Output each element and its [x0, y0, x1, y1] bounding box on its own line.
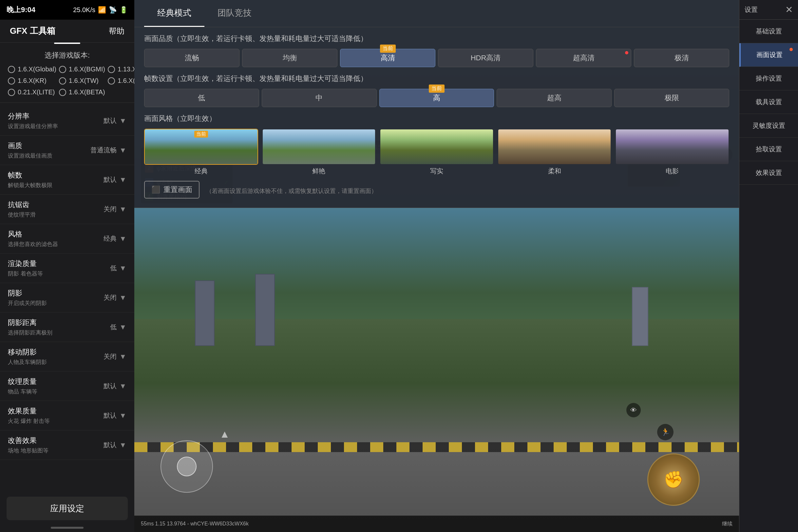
style-realistic[interactable]: 写实: [380, 129, 494, 176]
quality-smooth[interactable]: 流畅: [144, 49, 240, 67]
chevron-icon: ▼: [119, 117, 127, 125]
quality-ultra[interactable]: 超高清: [536, 49, 631, 67]
chevron-icon-7: ▼: [119, 293, 127, 302]
style-soft-thumb[interactable]: [498, 129, 612, 165]
style-classic[interactable]: 当前 经典: [144, 129, 258, 176]
fps-extreme[interactable]: 极限: [614, 89, 729, 107]
version-grid: 1.6.X(Global) 1.6.X(BGMI) 1.13.X(CN) 1.6…: [8, 65, 127, 96]
style-realistic-label: 写实: [430, 167, 443, 176]
version-label: 选择游戏版本:: [8, 51, 127, 60]
quality-hdr[interactable]: HDR高清: [438, 49, 533, 67]
chevron-icon-3: ▼: [119, 176, 127, 184]
style-classic-thumb[interactable]: 当前: [144, 129, 258, 165]
setting-quality[interactable]: 画质 设置游戏最佳画质 普通流畅 ▼: [0, 136, 134, 165]
chevron-icon-5: ▼: [119, 234, 127, 243]
style-cinematic-thumb[interactable]: [615, 129, 729, 165]
status-bar: 晚上9:04 25.0K/s 📶 📡 🔋: [0, 0, 134, 20]
radio-kr[interactable]: [8, 77, 15, 84]
menu-vehicle-settings[interactable]: 载具设置: [739, 90, 798, 114]
scroll-indicator: [51, 527, 83, 529]
setting-texture[interactable]: 纹理质量 物品 车辆等 默认 ▼: [0, 372, 134, 401]
reset-icon: ⬛: [151, 185, 160, 194]
version-item-kr[interactable]: 1.6.X(KR): [8, 77, 56, 84]
chevron-icon-2: ▼: [119, 146, 127, 155]
radio-tw[interactable]: [59, 77, 66, 84]
version-item-global[interactable]: 1.6.X(Global): [8, 65, 56, 73]
quality-max[interactable]: 极清: [634, 49, 729, 67]
setting-resolution[interactable]: 分辨率 设置游戏最佳分辨率 默认 ▼: [0, 106, 134, 136]
help-button[interactable]: 帮助: [109, 26, 125, 36]
style-section-title: 画面风格（立即生效）: [144, 114, 729, 124]
version-label-bgmi: 1.6.X(BGMI): [69, 65, 105, 73]
style-thumbnails: 当前 经典 鲜艳 写实: [144, 129, 729, 176]
menu-pickup-settings[interactable]: 拾取设置: [739, 138, 798, 161]
quality-section-title: 画面品质（立即生效，若运行卡顿、发热量和耗电量过大可适当降低）: [144, 34, 729, 43]
reset-button-label: 重置画面: [164, 185, 192, 195]
setting-style[interactable]: 风格 选择您喜欢的滤色器 经典 ▼: [0, 224, 134, 253]
version-item-tw[interactable]: 1.6.X(TW): [59, 77, 105, 84]
radio-beta[interactable]: [59, 89, 66, 96]
version-item-bgmi[interactable]: 1.6.X(BGMI): [59, 65, 105, 73]
chevron-icon-4: ▼: [119, 205, 127, 214]
setting-shadow[interactable]: 阴影 开启或关闭阴影 关闭 ▼: [0, 283, 134, 312]
radio-vn[interactable]: [108, 77, 115, 84]
settings-overlay: 经典模式 团队竞技 画面品质（立即生效，若运行卡顿、发热量和耗电量过大可适当降低…: [134, 0, 739, 208]
style-cinematic[interactable]: 电影: [615, 129, 729, 176]
quality-options: 流畅 均衡 当前 高清 HDR高清 超高清 极清: [144, 49, 729, 67]
version-item-lite[interactable]: 0.21.X(LITE): [8, 89, 56, 96]
tab-team-mode[interactable]: 团队竞技: [204, 0, 265, 27]
style-vivid-thumb[interactable]: [262, 129, 376, 165]
style-classic-badge: 当前: [194, 131, 208, 138]
fps-ultra[interactable]: 超高: [497, 89, 612, 107]
current-badge-quality: 当前: [380, 44, 396, 53]
style-vivid-label: 鲜艳: [312, 167, 325, 176]
current-badge-fps: 当前: [429, 84, 444, 93]
radio-global[interactable]: [8, 66, 15, 73]
version-label-tw: 1.6.X(TW): [69, 77, 99, 84]
quality-hd[interactable]: 当前 高清: [340, 49, 435, 67]
menu-control-settings[interactable]: 操作设置: [739, 67, 798, 90]
fps-section-title: 帧数设置（立即生效，若运行卡顿、发热量和耗电量过大可适当降低）: [144, 74, 729, 83]
setting-antialiasing[interactable]: 抗锯齿 使纹理平滑 关闭 ▼: [0, 195, 134, 224]
sidebar-header: 设置 ✕: [739, 0, 798, 20]
settings-list: 分辨率 设置游戏最佳分辨率 默认 ▼ 画质 设置游戏最佳画质 普通流畅 ▼ 帧数…: [0, 106, 134, 491]
center-area: 经典模式 团队竞技 画面品质（立即生效，若运行卡顿、发热量和耗电量过大可适当降低…: [134, 0, 739, 532]
divider-1: [0, 102, 134, 103]
version-section: 选择游戏版本: 1.6.X(Global) 1.6.X(BGMI) 1.13.X…: [0, 44, 134, 99]
apply-button[interactable]: 应用设定: [6, 497, 128, 520]
radio-lite[interactable]: [8, 89, 15, 96]
setting-render[interactable]: 渲染质量 阴影 着色器等 低 ▼: [0, 253, 134, 283]
setting-dynamic-shadow[interactable]: 移动阴影 人物及车辆阴影 关闭 ▼: [0, 342, 134, 372]
menu-basic-settings[interactable]: 基础设置: [739, 20, 798, 43]
reset-button[interactable]: ⬛ 重置画面: [144, 181, 200, 198]
tab-classic-mode[interactable]: 经典模式: [144, 0, 204, 27]
style-vivid[interactable]: 鲜艳: [262, 129, 376, 176]
fps-high[interactable]: 当前 高: [379, 89, 494, 107]
version-label-beta: 1.6.X(BETA): [69, 89, 105, 96]
sidebar-close-button[interactable]: ✕: [785, 4, 793, 15]
setting-improve[interactable]: 改善效果 场地 地形贴图等 默认 ▼: [0, 431, 134, 460]
chevron-icon-6: ▼: [119, 264, 127, 272]
setting-fps[interactable]: 帧数 解锁最大帧数极限 默认 ▼: [0, 165, 134, 195]
menu-dot-display: [790, 48, 793, 51]
menu-effect-settings[interactable]: 效果设置: [739, 161, 798, 185]
radio-bgmi[interactable]: [59, 66, 66, 73]
setting-effect[interactable]: 效果质量 火花 爆炸 射击等 默认 ▼: [0, 401, 134, 431]
style-realistic-thumb[interactable]: [380, 129, 494, 165]
radio-cn[interactable]: [108, 66, 115, 73]
menu-sensitivity-settings[interactable]: 灵敏度设置: [739, 114, 798, 138]
style-section: 画面风格（立即生效） 当前 经典 鲜艳: [144, 114, 729, 176]
settings-tabs: 经典模式 团队竞技: [134, 0, 739, 27]
chevron-icon-8: ▼: [119, 323, 127, 331]
quality-balanced[interactable]: 均衡: [242, 49, 337, 67]
wifi-icon: 📡: [109, 6, 117, 14]
style-cinematic-label: 电影: [666, 167, 679, 176]
version-item-beta[interactable]: 1.6.X(BETA): [59, 89, 105, 96]
network-speed: 25.0K/s: [73, 6, 95, 14]
fps-medium[interactable]: 中: [262, 89, 377, 107]
style-soft-label: 柔和: [548, 167, 561, 176]
style-soft[interactable]: 柔和: [498, 129, 612, 176]
setting-shadow-dist[interactable]: 阴影距离 选择阴影距离极别 低 ▼: [0, 312, 134, 342]
menu-display-settings[interactable]: 画面设置: [739, 43, 798, 67]
fps-low[interactable]: 低: [144, 89, 259, 107]
